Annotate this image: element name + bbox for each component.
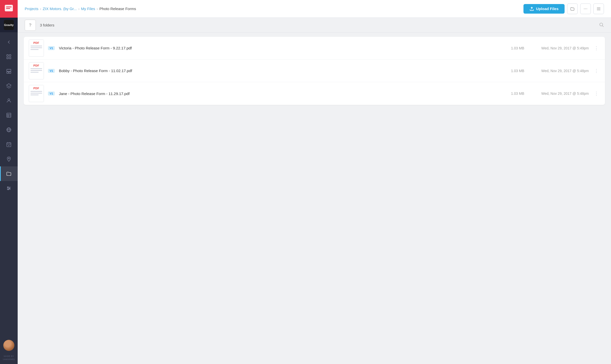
- table-row: PDF V1 Victoria - Photo Release Form - 9…: [24, 37, 605, 59]
- table-row: PDF V1 Bobby - Photo Release Form - 11.0…: [24, 59, 605, 82]
- help-button[interactable]: ?: [25, 20, 36, 31]
- sub-header: ? 3 folders: [18, 18, 611, 33]
- svg-rect-6: [9, 57, 11, 59]
- chat-icon: [4, 4, 13, 13]
- table-icon: [6, 112, 12, 118]
- sidebar-item-settings[interactable]: [0, 181, 18, 196]
- pdf-label-3: PDF: [29, 85, 44, 90]
- thumb-lines-1: [29, 44, 44, 51]
- breadcrumb-projects[interactable]: Projects: [25, 7, 38, 11]
- svg-rect-1: [6, 7, 12, 7]
- location-icon: [6, 156, 12, 162]
- svg-rect-4: [9, 55, 11, 56]
- brand-logo[interactable]: [0, 0, 18, 18]
- file-name-2[interactable]: Bobby - Photo Release Form - 11.02.17.pd…: [59, 69, 497, 73]
- svg-line-38: [602, 25, 604, 27]
- svg-marker-10: [7, 84, 11, 87]
- svg-rect-3: [7, 55, 8, 56]
- file-more-button-2[interactable]: ⋮: [593, 68, 600, 74]
- file-date-1: Wed, Nov 29, 2017 @ 5:49pm: [528, 46, 589, 50]
- svg-point-27: [8, 187, 9, 188]
- breadcrumb-sep-2: ›: [78, 7, 79, 11]
- file-name-1[interactable]: Victoria - Photo Release Form - 9.22.17.…: [59, 46, 497, 50]
- svg-point-28: [9, 188, 10, 189]
- upload-files-button[interactable]: Upload Files: [523, 4, 565, 14]
- file-more-button-1[interactable]: ⋮: [593, 45, 600, 51]
- pdf-label-2: PDF: [29, 63, 44, 67]
- sidebar-item-location[interactable]: [0, 152, 18, 166]
- folder-view-icon: [570, 7, 575, 11]
- breadcrumb-myfiles[interactable]: My Files: [81, 7, 95, 11]
- sidebar-icons: [0, 32, 18, 338]
- sidebar-item-panels[interactable]: [0, 64, 18, 79]
- sidebar-bottom: MADE BY Leanometry: [0, 338, 18, 364]
- more-dots-icon: [583, 7, 588, 11]
- search-button[interactable]: [599, 22, 604, 28]
- version-badge-2: V1: [48, 69, 55, 73]
- sidebar-item-dashboard[interactable]: [0, 49, 18, 64]
- svg-point-23: [8, 158, 10, 159]
- dashboard-icon: [6, 54, 12, 59]
- file-thumbnail-2: PDF: [29, 62, 44, 79]
- sidebar-item-calendar[interactable]: [0, 137, 18, 152]
- file-date-2: Wed, Nov 29, 2017 @ 5:48pm: [528, 69, 589, 73]
- sidebar-item-people[interactable]: [0, 93, 18, 108]
- file-size-2: 1.03 MB: [502, 69, 524, 73]
- breadcrumb-zix[interactable]: ZIX Motors. (by Gr...: [43, 7, 77, 11]
- sliders-icon: [6, 186, 12, 191]
- sidebar-item-globe[interactable]: [0, 123, 18, 137]
- upload-icon: [530, 7, 534, 11]
- folder-view-button[interactable]: [567, 4, 578, 14]
- main-area: Projects › ZIX Motors. (by Gr... › My Fi…: [18, 0, 611, 364]
- thumb-lines-2: [29, 67, 44, 74]
- sidebar-item-table[interactable]: [0, 108, 18, 123]
- sidebar-item-layers[interactable]: [0, 79, 18, 93]
- sidebar-item-back[interactable]: [0, 35, 18, 49]
- file-thumbnail-3: PDF: [29, 85, 44, 102]
- avatar-image: [3, 340, 14, 351]
- svg-rect-2: [6, 8, 10, 9]
- file-list-card: PDF V1 Victoria - Photo Release Form - 9…: [24, 37, 605, 105]
- header-actions: Upload Files: [523, 4, 604, 14]
- top-header: Projects › ZIX Motors. (by Gr... › My Fi…: [18, 0, 611, 18]
- svg-point-29: [8, 189, 9, 190]
- svg-rect-8: [7, 72, 9, 73]
- file-list-container: PDF V1 Victoria - Photo Release Form - 9…: [18, 33, 611, 364]
- list-view-icon: [596, 7, 601, 11]
- breadcrumb-current: Photo Release Forms: [99, 7, 136, 11]
- back-arrow-icon: [6, 39, 12, 45]
- app-logo-block[interactable]: Gravity: [0, 18, 18, 32]
- sidebar: Gravity: [0, 0, 18, 364]
- search-icon: [599, 22, 604, 27]
- panels-icon: [6, 69, 12, 74]
- svg-rect-5: [7, 57, 8, 59]
- app-logo-square: Gravity: [4, 20, 14, 30]
- svg-point-37: [600, 23, 603, 26]
- svg-rect-7: [7, 69, 11, 71]
- person-icon: [6, 98, 12, 103]
- user-avatar[interactable]: [0, 338, 18, 353]
- pdf-label-1: PDF: [29, 40, 44, 44]
- active-indicator: [0, 166, 1, 181]
- globe-icon: [6, 127, 12, 133]
- svg-rect-19: [7, 143, 11, 147]
- file-name-3[interactable]: Jane - Photo Release Form - 11.29.17.pdf: [59, 92, 497, 96]
- version-badge-3: V1: [48, 92, 55, 96]
- file-thumbnail-1: PDF: [29, 40, 44, 57]
- file-size-1: 1.03 MB: [502, 46, 524, 50]
- svg-rect-12: [7, 113, 11, 117]
- sidebar-item-files[interactable]: [0, 166, 18, 181]
- svg-point-31: [584, 8, 585, 9]
- svg-point-11: [8, 99, 10, 101]
- calendar-icon: [6, 142, 12, 147]
- file-more-button-3[interactable]: ⋮: [593, 91, 600, 96]
- list-view-button[interactable]: [593, 4, 604, 14]
- breadcrumb-sep-1: ›: [40, 7, 41, 11]
- thumb-lines-3: [29, 90, 44, 96]
- folder-icon: [6, 171, 12, 176]
- table-row: PDF V1 Jane - Photo Release Form - 11.29…: [24, 82, 605, 105]
- file-size-3: 1.03 MB: [502, 92, 524, 96]
- layers-icon: [6, 83, 12, 89]
- made-by-label: MADE BY Leanometry: [3, 355, 15, 361]
- more-options-button[interactable]: [580, 4, 591, 14]
